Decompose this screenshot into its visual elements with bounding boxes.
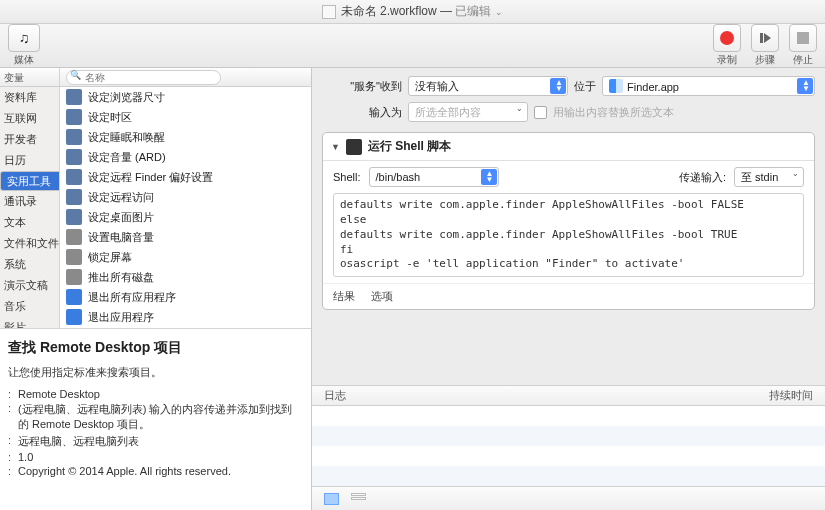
action-label: 推出所有磁盘	[88, 270, 154, 285]
info-title: 查找 Remote Desktop 项目	[8, 339, 303, 357]
action-icon	[66, 249, 82, 265]
options-tab[interactable]: 选项	[371, 289, 393, 304]
action-item[interactable]: 锁定屏幕	[60, 247, 311, 267]
action-label: 设定睡眠和唤醒	[88, 130, 165, 145]
action-item[interactable]: 设置电脑音量	[60, 227, 311, 247]
action-label: 设定浏览器尺寸	[88, 90, 165, 105]
category-item[interactable]: 系统	[0, 254, 59, 275]
results-tab[interactable]: 结果	[333, 289, 355, 304]
action-label: 设定时区	[88, 110, 132, 125]
main-area: 变量 资料库互联网开发者日历实用工具通讯录文本文件和文件夹系统演示文稿音乐影片照…	[0, 68, 825, 510]
category-header: 变量	[0, 68, 59, 87]
shell-label: Shell:	[333, 171, 361, 183]
action-item[interactable]: 退出应用程序	[60, 307, 311, 327]
step-button[interactable]	[751, 24, 779, 52]
replace-output-checkbox[interactable]	[534, 106, 547, 119]
pass-input-label: 传递输入:	[679, 170, 726, 185]
search-input[interactable]	[66, 70, 221, 85]
action-icon	[66, 129, 82, 145]
view-mode-workflow-icon[interactable]	[324, 493, 339, 505]
media-button[interactable]: ♫	[8, 24, 40, 52]
pass-input-select[interactable]: 至 stdin⌄	[734, 167, 804, 187]
document-icon	[322, 5, 336, 19]
log-column-log[interactable]: 日志	[324, 388, 769, 403]
media-label: 媒体	[14, 53, 34, 67]
action-item[interactable]: 设定远程 Finder 偏好设置	[60, 167, 311, 187]
location-label: 位于	[574, 79, 596, 94]
action-icon	[66, 309, 82, 325]
category-item[interactable]: 演示文稿	[0, 275, 59, 296]
action-icon	[66, 109, 82, 125]
log-body	[312, 406, 825, 486]
record-button[interactable]	[713, 24, 741, 52]
action-item[interactable]: 退出所有应用程序	[60, 287, 311, 307]
action-item[interactable]: 设定浏览器尺寸	[60, 87, 311, 107]
category-item[interactable]: 资料库	[0, 87, 59, 108]
log-header: 日志 持续时间	[312, 385, 825, 406]
workflow-step: ▼ 运行 Shell 脚本 Shell: /bin/bash▲▼ 传递输入: 至…	[322, 132, 815, 310]
category-item[interactable]: 日历	[0, 150, 59, 171]
action-list-panel: 设定浏览器尺寸设定时区设定睡眠和唤醒设定音量 (ARD)设定远程 Finder …	[60, 68, 311, 328]
service-params: "服务"收到 没有输入▲▼ 位于 Finder.app▲▼ 输入为 所选全部内容…	[312, 68, 825, 132]
action-icon	[66, 269, 82, 285]
action-label: 设定音量 (ARD)	[88, 150, 166, 165]
action-item[interactable]: 设定远程访问	[60, 187, 311, 207]
location-select[interactable]: Finder.app▲▼	[602, 76, 815, 96]
shell-select[interactable]: /bin/bash▲▼	[369, 167, 499, 187]
view-mode-list-icon[interactable]	[351, 493, 366, 505]
action-label: 设定桌面图片	[88, 210, 154, 225]
disclosure-triangle-icon[interactable]: ▼	[331, 142, 340, 152]
action-icon	[66, 169, 82, 185]
input-as-label: 输入为	[322, 105, 402, 120]
action-label: 锁定屏幕	[88, 250, 132, 265]
info-description: 让您使用指定标准来搜索项目。	[8, 365, 303, 380]
finder-icon	[609, 79, 623, 93]
window-title: 未命名 2.workflow — 已编辑	[341, 3, 492, 20]
action-icon	[66, 209, 82, 225]
action-item[interactable]: 设定时区	[60, 107, 311, 127]
action-label: 退出应用程序	[88, 310, 154, 325]
input-as-select[interactable]: 所选全部内容⌄	[408, 102, 528, 122]
category-item[interactable]: 开发者	[0, 129, 59, 150]
terminal-icon	[346, 139, 362, 155]
action-item[interactable]: 推出所有磁盘	[60, 267, 311, 287]
toolbar: ♫ 媒体 录制 步骤 停止	[0, 24, 825, 68]
action-icon	[66, 289, 82, 305]
category-item[interactable]: 互联网	[0, 108, 59, 129]
log-column-duration[interactable]: 持续时间	[769, 388, 813, 403]
action-item[interactable]: 设定桌面图片	[60, 207, 311, 227]
action-label: 设定远程访问	[88, 190, 154, 205]
category-item[interactable]: 音乐	[0, 296, 59, 317]
action-icon	[66, 189, 82, 205]
view-switcher	[312, 486, 825, 510]
action-icon	[66, 149, 82, 165]
chevron-down-icon[interactable]: ⌄	[495, 7, 503, 17]
service-receives-label: "服务"收到	[322, 79, 402, 94]
stop-icon	[797, 32, 809, 44]
step-icon	[760, 33, 771, 43]
record-icon	[720, 31, 734, 45]
stop-button[interactable]	[789, 24, 817, 52]
service-receives-select[interactable]: 没有输入▲▼	[408, 76, 568, 96]
replace-output-label: 用输出内容替换所选文本	[553, 105, 674, 120]
library-panel: 变量 资料库互联网开发者日历实用工具通讯录文本文件和文件夹系统演示文稿音乐影片照…	[0, 68, 312, 510]
action-item[interactable]: 设定睡眠和唤醒	[60, 127, 311, 147]
category-item[interactable]: 实用工具	[0, 171, 60, 191]
window-titlebar: 未命名 2.workflow — 已编辑 ⌄	[0, 0, 825, 24]
action-icon	[66, 229, 82, 245]
action-label: 设置电脑音量	[88, 230, 154, 245]
category-list[interactable]: 变量 资料库互联网开发者日历实用工具通讯录文本文件和文件夹系统演示文稿音乐影片照…	[0, 68, 60, 328]
category-item[interactable]: 通讯录	[0, 191, 59, 212]
category-item[interactable]: 影片	[0, 317, 59, 328]
script-textarea[interactable]: defaults write com.apple.finder AppleSho…	[333, 193, 804, 277]
category-item[interactable]: 文件和文件夹	[0, 233, 59, 254]
action-icon	[66, 89, 82, 105]
action-item[interactable]: 设定音量 (ARD)	[60, 147, 311, 167]
step-header[interactable]: ▼ 运行 Shell 脚本	[323, 133, 814, 161]
action-label: 退出所有应用程序	[88, 290, 176, 305]
action-label: 设定远程 Finder 偏好设置	[88, 170, 213, 185]
step-title: 运行 Shell 脚本	[368, 138, 451, 155]
action-list[interactable]: 设定浏览器尺寸设定时区设定睡眠和唤醒设定音量 (ARD)设定远程 Finder …	[60, 87, 311, 328]
category-item[interactable]: 文本	[0, 212, 59, 233]
workflow-panel: "服务"收到 没有输入▲▼ 位于 Finder.app▲▼ 输入为 所选全部内容…	[312, 68, 825, 510]
